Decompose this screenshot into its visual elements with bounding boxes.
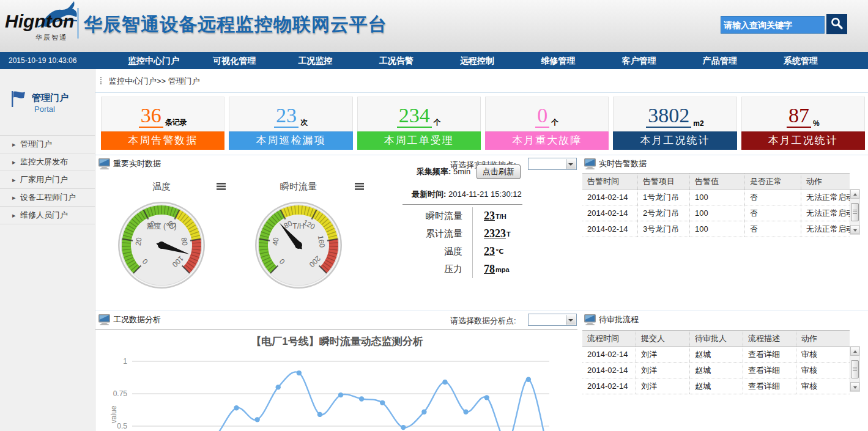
- nav-menu: 监控中心门户可视化管理工况监控工况告警远程控制维修管理客户管理产品管理系统管理: [113, 52, 841, 69]
- table-action-cell[interactable]: 审核: [796, 347, 850, 362]
- chevron-down-icon[interactable]: [566, 315, 576, 325]
- scroll-up-icon[interactable]: [850, 190, 859, 199]
- svg-text:1: 1: [123, 357, 127, 366]
- stat-card[interactable]: 23次本周巡检漏项: [229, 97, 352, 150]
- stat-card-value-area: 3802m2: [613, 97, 736, 131]
- stat-card-value[interactable]: 23: [274, 107, 299, 128]
- alarm-section-header: 实时告警数据: [582, 156, 766, 173]
- refresh-button[interactable]: 点击刷新: [477, 164, 521, 179]
- scroll-up-icon[interactable]: [850, 347, 859, 356]
- table-body: 2014-02-141号龙门吊100否无法正常启动2014-02-142号龙门吊…: [582, 190, 860, 237]
- nav-item[interactable]: 工况告警: [356, 52, 437, 69]
- metric-unit: T/H: [495, 213, 506, 220]
- table-cell: 刘洋: [636, 363, 690, 378]
- analysis-point-select[interactable]: [528, 314, 577, 326]
- table-header-cell: 告警值: [690, 174, 745, 189]
- approval-section-header: 待审批流程: [582, 312, 766, 329]
- stat-card-label[interactable]: 本月重大故障: [485, 131, 609, 150]
- table-cell: 100: [690, 205, 745, 221]
- table-action-cell[interactable]: 无法正常启动: [801, 205, 850, 221]
- table-action-cell[interactable]: 审核: [796, 363, 850, 378]
- table-cell: 100: [690, 190, 745, 205]
- arrow-right-icon: ▸: [12, 171, 16, 188]
- stat-cards: 36条记录本周告警数据23次本周巡检漏项234个本周工单受理0个本月重大故障38…: [101, 97, 865, 150]
- scroll-down-icon[interactable]: [850, 382, 859, 391]
- table-header-cell: 待审批人: [690, 331, 743, 346]
- analysis-select-label: 请选择数据分析点:: [450, 315, 516, 327]
- svg-text:value: value: [109, 405, 118, 423]
- nav-item[interactable]: 系统管理: [760, 52, 841, 69]
- metric-value[interactable]: 78mpa: [472, 260, 510, 278]
- nav-item[interactable]: 维修管理: [517, 52, 598, 69]
- table-action-cell[interactable]: 审核: [796, 378, 850, 394]
- table-row: 2014-02-14刘洋赵城查看详细审核: [582, 363, 850, 378]
- table-action-cell[interactable]: 无法正常启动: [801, 190, 850, 205]
- table-header-cell: 动作: [801, 174, 850, 189]
- sidebar-item[interactable]: ▸监控大屏发布: [0, 153, 95, 171]
- stat-card[interactable]: 36条记录本周告警数据: [101, 97, 224, 150]
- metric-number[interactable]: 2323: [484, 227, 506, 240]
- search-input[interactable]: [721, 16, 825, 34]
- scroll-down-icon[interactable]: [850, 225, 859, 234]
- metric-number[interactable]: 23: [484, 210, 495, 223]
- table-action-cell[interactable]: 无法正常启动: [801, 221, 850, 237]
- portal-subtitle: Portal: [34, 105, 55, 114]
- stat-card-value[interactable]: 0: [535, 107, 549, 128]
- brand-logo[interactable]: Hignton: [5, 11, 74, 32]
- nav-item[interactable]: 产品管理: [680, 52, 760, 69]
- metric-value[interactable]: 23T/H: [472, 207, 506, 225]
- nav-item[interactable]: 客户管理: [598, 52, 679, 69]
- table-scrollbar[interactable]: [850, 346, 860, 392]
- table-cell: 查看详细: [743, 347, 796, 362]
- stat-card-label[interactable]: 本周工单受理: [357, 131, 481, 150]
- sidebar-item[interactable]: ▸厂家用户门户: [0, 171, 95, 188]
- chevron-down-icon[interactable]: [566, 159, 576, 169]
- sidebar-item[interactable]: ▸维修人员门户: [0, 206, 95, 224]
- metric-row: 温度23℃: [401, 243, 579, 260]
- search-icon: [830, 17, 844, 30]
- stat-card[interactable]: 87%本月工况统计: [741, 97, 865, 150]
- nav-item[interactable]: 可视化管理: [194, 52, 275, 69]
- svg-text:20: 20: [134, 237, 144, 246]
- metric-number[interactable]: 23: [484, 245, 495, 258]
- freq-label: 采集频率:: [417, 167, 451, 176]
- table-body: 2014-02-14刘洋赵城查看详细审核2014-02-14刘洋赵城查看详细审核…: [582, 347, 860, 394]
- nav-item[interactable]: 远程控制: [437, 52, 517, 69]
- scrollbar-thumb[interactable]: [851, 360, 859, 378]
- metric-number[interactable]: 78: [484, 263, 495, 276]
- alarm-table: 告警时间告警项目告警值是否正常动作 2014-02-141号龙门吊100否无法正…: [582, 173, 860, 237]
- stat-card-label[interactable]: 本周巡检漏项: [229, 131, 352, 150]
- table-cell: 2014-02-14: [582, 378, 636, 394]
- nav-item[interactable]: 监控中心门户: [113, 52, 194, 69]
- section-divider: [95, 311, 868, 311]
- stat-card-value[interactable]: 87: [787, 107, 811, 128]
- sidebar-item[interactable]: ▸设备工程师门户: [0, 188, 95, 206]
- stat-card[interactable]: 0个本月重大故障: [485, 97, 609, 150]
- latest-time-value: 2014-11-21 15:30:12: [448, 190, 522, 199]
- stat-card-value[interactable]: 234: [397, 107, 432, 128]
- scrollbar-thumb[interactable]: [851, 203, 859, 221]
- chart-menu-icon[interactable]: [355, 183, 364, 190]
- monitor-point-select[interactable]: [528, 158, 577, 170]
- section-title: 重要实时数据: [113, 156, 161, 172]
- nav-item[interactable]: 工况监控: [275, 52, 355, 69]
- stat-card[interactable]: 3802m2本月工况统计: [613, 97, 736, 150]
- stat-card-label[interactable]: 本月工况统计: [741, 131, 865, 150]
- stat-card-unit: m2: [693, 119, 703, 128]
- stat-card-label[interactable]: 本周告警数据: [101, 131, 224, 150]
- section-title: 工况数据分析: [113, 312, 161, 328]
- search-button[interactable]: [826, 14, 847, 34]
- stat-card-value-area: 87%: [741, 97, 865, 131]
- chart-menu-icon[interactable]: [217, 183, 226, 190]
- sidebar-item[interactable]: ▸管理门户: [0, 135, 95, 153]
- metric-value[interactable]: 2323T: [472, 225, 511, 243]
- metric-label: 累计流量: [401, 228, 462, 240]
- breadcrumb-icon: [100, 77, 104, 84]
- stat-card-label[interactable]: 本月工况统计: [613, 131, 736, 150]
- stat-card-value[interactable]: 36: [139, 107, 163, 128]
- metric-value[interactable]: 23℃: [472, 243, 503, 260]
- metric-unit: T: [506, 230, 511, 238]
- stat-card[interactable]: 234个本周工单受理: [357, 97, 481, 150]
- table-scrollbar[interactable]: [850, 189, 860, 235]
- stat-card-value[interactable]: 3802: [646, 107, 691, 128]
